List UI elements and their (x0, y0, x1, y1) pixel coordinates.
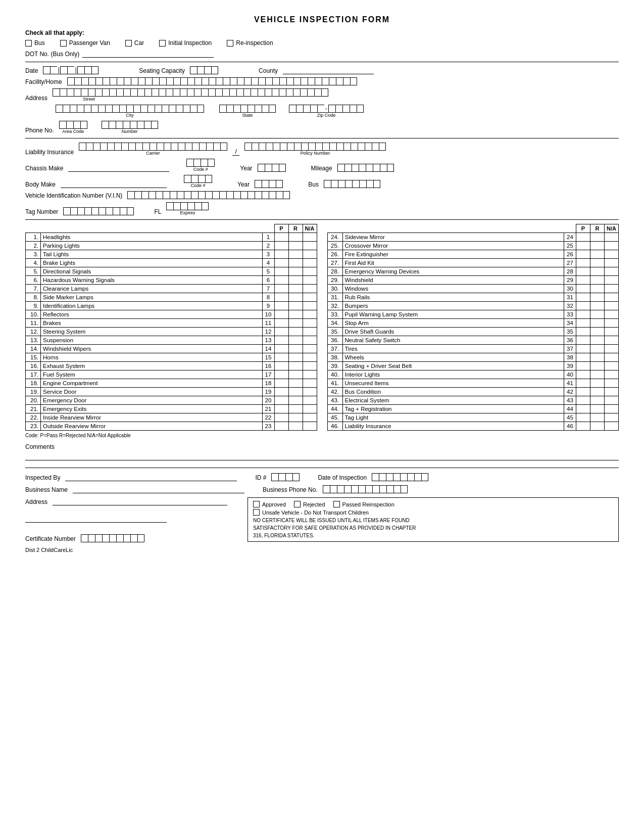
item-p[interactable] (576, 396, 590, 405)
item-na[interactable] (303, 267, 317, 276)
item-p[interactable] (576, 267, 590, 276)
item-na[interactable] (605, 413, 619, 422)
item-p[interactable] (274, 336, 288, 345)
item-na[interactable] (605, 259, 619, 267)
item-p[interactable] (576, 370, 590, 379)
item-p[interactable] (576, 285, 590, 293)
passenger-van-checkbox-box[interactable] (60, 40, 67, 47)
item-na[interactable] (303, 336, 317, 345)
item-p[interactable] (274, 388, 288, 396)
item-r[interactable] (288, 242, 303, 250)
item-na[interactable] (605, 336, 619, 345)
item-p[interactable] (274, 293, 288, 302)
item-p[interactable] (576, 413, 590, 422)
item-na[interactable] (303, 276, 317, 285)
item-p[interactable] (274, 276, 288, 285)
item-p[interactable] (274, 379, 288, 388)
item-r[interactable] (288, 276, 303, 285)
item-r[interactable] (590, 422, 605, 431)
item-na[interactable] (303, 259, 317, 267)
seat-box-2[interactable] (197, 66, 204, 74)
item-p[interactable] (576, 336, 590, 345)
item-na[interactable] (303, 388, 317, 396)
checkbox-car[interactable]: Car (125, 39, 144, 47)
item-r[interactable] (288, 259, 303, 267)
item-p[interactable] (576, 353, 590, 362)
item-r[interactable] (590, 302, 605, 310)
item-na[interactable] (303, 293, 317, 302)
address-footer-field[interactable] (53, 497, 227, 505)
item-na[interactable] (605, 353, 619, 362)
item-na[interactable] (605, 370, 619, 379)
item-na[interactable] (303, 396, 317, 405)
date-box-2[interactable] (50, 66, 57, 74)
item-r[interactable] (288, 250, 303, 259)
item-p[interactable] (576, 302, 590, 310)
item-r[interactable] (288, 396, 303, 405)
item-r[interactable] (590, 233, 605, 242)
item-p[interactable] (576, 319, 590, 328)
item-r[interactable] (288, 302, 303, 310)
item-r[interactable] (590, 250, 605, 259)
item-p[interactable] (274, 405, 288, 413)
item-p[interactable] (274, 353, 288, 362)
item-r[interactable] (590, 259, 605, 267)
item-na[interactable] (303, 413, 317, 422)
item-p[interactable] (576, 250, 590, 259)
item-r[interactable] (288, 379, 303, 388)
dot-field[interactable] (82, 50, 214, 58)
item-r[interactable] (288, 370, 303, 379)
item-r[interactable] (288, 285, 303, 293)
item-p[interactable] (274, 310, 288, 319)
item-na[interactable] (303, 285, 317, 293)
date-box-6[interactable] (84, 66, 91, 74)
item-p[interactable] (576, 259, 590, 267)
checkbox-approved[interactable]: Approved (253, 501, 286, 507)
item-r[interactable] (590, 267, 605, 276)
approved-checkbox-box[interactable] (253, 501, 260, 507)
item-p[interactable] (576, 379, 590, 388)
item-r[interactable] (590, 388, 605, 396)
chassis-field[interactable] (68, 164, 169, 172)
item-r[interactable] (590, 405, 605, 413)
item-na[interactable] (605, 233, 619, 242)
item-r[interactable] (288, 388, 303, 396)
checkbox-passenger-van[interactable]: Passenger Van (60, 39, 110, 47)
item-p[interactable] (274, 250, 288, 259)
item-na[interactable] (303, 370, 317, 379)
item-na[interactable] (605, 396, 619, 405)
item-r[interactable] (590, 336, 605, 345)
item-r[interactable] (288, 328, 303, 336)
item-na[interactable] (605, 345, 619, 353)
item-na[interactable] (605, 319, 619, 328)
date-box-last[interactable] (91, 66, 98, 74)
item-na[interactable] (303, 353, 317, 362)
item-p[interactable] (274, 396, 288, 405)
item-r[interactable] (288, 422, 303, 431)
item-p[interactable] (274, 319, 288, 328)
item-r[interactable] (590, 379, 605, 388)
item-p[interactable] (576, 345, 590, 353)
checkbox-unsafe[interactable]: Unsafe Vehicle - Do Not Transport Childr… (253, 509, 369, 516)
item-na[interactable] (605, 285, 619, 293)
date-box-4[interactable] (67, 66, 74, 74)
item-p[interactable] (576, 422, 590, 431)
item-p[interactable] (576, 388, 590, 396)
item-r[interactable] (590, 362, 605, 370)
item-r[interactable] (288, 353, 303, 362)
checkbox-initial-inspection[interactable]: Initial Inspection (159, 39, 212, 47)
item-r[interactable] (288, 233, 303, 242)
item-p[interactable] (274, 302, 288, 310)
item-p[interactable] (274, 242, 288, 250)
item-na[interactable] (303, 242, 317, 250)
item-r[interactable] (288, 293, 303, 302)
item-p[interactable] (274, 345, 288, 353)
county-field[interactable] (283, 66, 374, 74)
item-p[interactable] (274, 370, 288, 379)
item-p[interactable] (274, 267, 288, 276)
item-r[interactable] (288, 310, 303, 319)
date-box-5[interactable] (77, 66, 84, 74)
item-na[interactable] (303, 310, 317, 319)
item-na[interactable] (605, 328, 619, 336)
item-na[interactable] (605, 250, 619, 259)
